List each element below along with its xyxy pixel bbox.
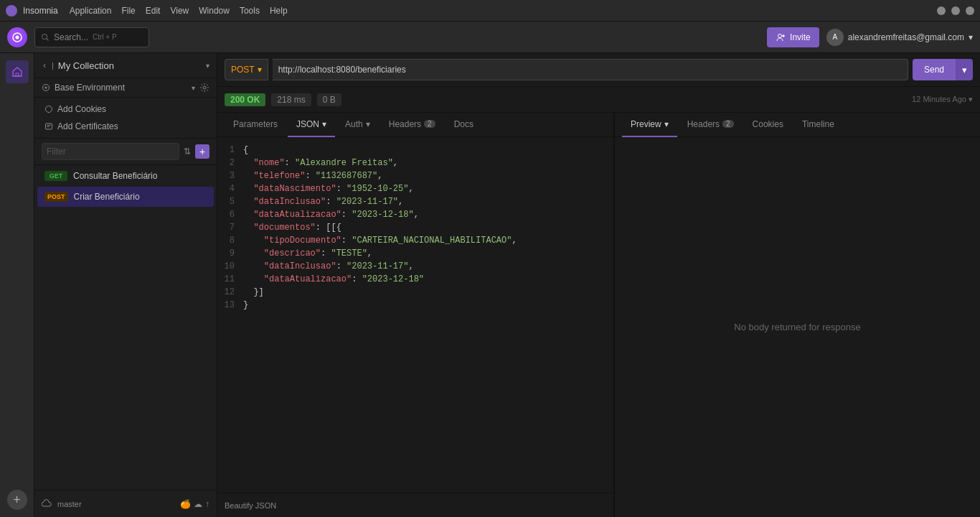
sidebar-item-home[interactable]	[6, 60, 29, 83]
code-editor[interactable]: 1 { 2 "nome": "Alexandre Freitas", 3 "te…	[217, 137, 613, 493]
collapse-button[interactable]: ‹	[42, 59, 47, 72]
environment-section: Base Environment ▾	[34, 78, 217, 98]
search-label: Search...	[54, 32, 88, 42]
menu-tools[interactable]: Tools	[240, 6, 260, 16]
tab-timeline[interactable]: Timeline	[793, 113, 843, 137]
close-button[interactable]: ✕	[966, 6, 974, 15]
add-collection-button[interactable]: +	[7, 490, 27, 510]
svg-point-11	[46, 106, 52, 113]
menu-application[interactable]: Application	[70, 6, 112, 16]
tab-preview[interactable]: Preview ▾	[622, 113, 677, 137]
app-logo	[7, 27, 27, 47]
env-label[interactable]: Base Environment	[55, 83, 187, 93]
menu-file[interactable]: File	[121, 6, 135, 16]
response-time: 218 ms	[271, 93, 311, 106]
editor-footer: Beautify JSON	[217, 493, 613, 517]
menu-view[interactable]: View	[170, 6, 189, 16]
tab-docs[interactable]: Docs	[446, 113, 482, 137]
code-line-2: 2 "nome": "Alexandre Freitas",	[217, 157, 613, 170]
menu-edit[interactable]: Edit	[146, 6, 161, 16]
time-ago-dropdown[interactable]: ▾	[969, 95, 973, 103]
url-input[interactable]	[273, 59, 908, 80]
env-dropdown-icon[interactable]: ▾	[192, 84, 195, 92]
branch-icon-1[interactable]: 🍊	[180, 499, 191, 509]
code-line-13: 13 }	[217, 299, 613, 312]
tab-parameters[interactable]: Parameters	[225, 113, 286, 137]
code-line-10: 10 "dataInclusao": "2023-11-17",	[217, 261, 613, 274]
code-line-8: 8 "tipoDocumento": "CARTEIRA_NACIONAL_HA…	[217, 235, 613, 248]
branch-icon-2[interactable]: ☁	[194, 499, 202, 509]
send-button[interactable]: Send	[913, 59, 956, 80]
app-icon	[6, 5, 17, 17]
add-request-button[interactable]: +	[195, 144, 209, 159]
minimize-button[interactable]: —	[937, 6, 946, 15]
user-menu[interactable]: A alexandremfreitas@gmail.com ▾	[826, 29, 973, 46]
code-line-7: 7 "documentos": [[{	[217, 222, 613, 235]
right-panel: POST ▾ Send ▾ 200 OK 218 ms 0 B 12 Minut…	[217, 53, 980, 517]
collection-sidebar: ‹ | My Collection ▾ Base Environment ▾ A	[34, 53, 217, 517]
json-dropdown-icon: ▾	[322, 119, 326, 129]
cloud-icon	[42, 499, 52, 509]
separator: |	[52, 61, 54, 70]
status-badge: 200 OK	[225, 93, 265, 106]
window-controls: — □ ✕	[937, 6, 974, 15]
branch-action-icons: 🍊 ☁ ↑	[180, 499, 209, 509]
tab-auth[interactable]: Auth ▾	[336, 113, 379, 137]
branch-name: master	[57, 500, 82, 508]
branch-icon-3[interactable]: ↑	[205, 499, 209, 509]
send-button-group: Send ▾	[913, 59, 973, 80]
response-tabs: Preview ▾ Headers 2 Cookies Timeline	[615, 113, 980, 137]
add-cookies-link[interactable]: Add Cookies	[34, 101, 217, 118]
search-box[interactable]: Search... Ctrl + P	[34, 27, 149, 47]
request-item-post[interactable]: POST Criar Beneficiário	[37, 187, 214, 207]
cookie-icon	[44, 105, 53, 113]
method-dropdown-icon: ▾	[258, 65, 262, 75]
code-line-12: 12 }]	[217, 287, 613, 299]
maximize-button[interactable]: □	[951, 6, 960, 15]
menu-window[interactable]: Window	[199, 6, 230, 16]
tab-response-headers[interactable]: Headers 2	[679, 113, 743, 137]
svg-line-3	[47, 38, 49, 40]
search-shortcut: Ctrl + P	[93, 33, 117, 41]
settings-icon[interactable]	[199, 83, 209, 93]
send-dropdown-button[interactable]: ▾	[956, 59, 973, 80]
invite-button[interactable]: Invite	[767, 27, 819, 47]
svg-point-2	[42, 34, 47, 39]
titlebar: Insomnia Application File Edit View Wind…	[0, 0, 980, 22]
time-ago: 12 Minutes Ago ▾	[912, 95, 973, 104]
response-size: 0 B	[317, 93, 341, 106]
beautify-button[interactable]: Beautify JSON	[225, 501, 276, 510]
tab-json[interactable]: JSON ▾	[288, 113, 335, 137]
send-dropdown-icon: ▾	[962, 65, 967, 75]
response-headers-badge: 2	[722, 120, 734, 128]
add-certificates-link[interactable]: Add Certificates	[34, 118, 217, 135]
request-tabs: Parameters JSON ▾ Auth ▾ Headers 2	[217, 113, 613, 137]
method-label: POST	[231, 65, 255, 75]
code-line-5: 5 "dataInclusao": "2023-11-17",	[217, 196, 613, 209]
request-bar: POST ▾ Send ▾	[217, 53, 980, 87]
method-badge-post: POST	[44, 192, 68, 202]
collection-dropdown-icon[interactable]: ▾	[206, 62, 209, 70]
collection-title: My Collection	[58, 60, 202, 71]
menu-bar: Application File Edit View Window Tools …	[70, 6, 937, 16]
svg-point-1	[16, 35, 19, 39]
filter-input[interactable]	[42, 143, 179, 160]
preview-dropdown-icon: ▾	[664, 119, 669, 129]
sidebar-footer: master 🍊 ☁ ↑	[34, 490, 217, 517]
invite-label: Invite	[790, 32, 811, 42]
menu-help[interactable]: Help	[270, 6, 288, 16]
request-name-get: Consultar Beneficiário	[73, 171, 157, 181]
editor-panel: Parameters JSON ▾ Auth ▾ Headers 2	[217, 113, 614, 517]
request-name-post: Criar Beneficiário	[74, 192, 140, 202]
tab-headers[interactable]: Headers 2	[380, 113, 444, 137]
headers-badge: 2	[424, 120, 435, 128]
sort-button[interactable]: ⇅	[184, 146, 191, 157]
auth-dropdown-icon: ▾	[366, 119, 370, 129]
tab-cookies[interactable]: Cookies	[744, 113, 792, 137]
method-select[interactable]: POST ▾	[225, 59, 268, 80]
request-item-get[interactable]: GET Consultar Beneficiário	[37, 166, 214, 186]
code-line-3: 3 "telefone": "1132687687",	[217, 170, 613, 183]
app-name: Insomnia	[23, 6, 58, 16]
code-line-1: 1 {	[217, 144, 613, 157]
search-icon	[41, 33, 50, 42]
